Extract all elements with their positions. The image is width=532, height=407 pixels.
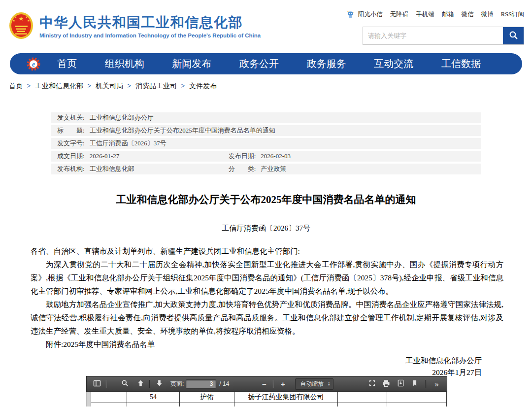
print-button[interactable] (380, 378, 393, 390)
breadcrumb-consumer-goods[interactable]: 消费品工业司 (135, 82, 177, 90)
top-link-xiaoxin[interactable]: 阳光小信 (358, 10, 383, 19)
brand-text: 中华人民共和国工业和信息化部 Ministry of Industry and … (39, 15, 261, 38)
breadcrumb-separator: > (181, 82, 185, 90)
breadcrumb-separator: > (87, 82, 91, 90)
zoom-out-button[interactable]: − (258, 378, 270, 390)
download-button[interactable] (394, 378, 407, 390)
breadcrumb-miit[interactable]: 工业和信息化部 (35, 82, 83, 90)
search-input[interactable] (363, 27, 503, 44)
previous-page-button[interactable] (134, 378, 147, 390)
site-subtitle: Ministry of Industry and Information Tec… (39, 33, 261, 38)
document-meta-table: 发文机关: 工业和信息化部办公厅 标 题: 工业和信息化部办公厅关于公布2025… (51, 112, 481, 176)
nav-item-organization[interactable]: 组织机构 (105, 57, 144, 70)
nav-item-news[interactable]: 新闻发布 (172, 57, 211, 70)
national-emblem-icon: ★ ★ ★ ★ ★ (9, 12, 33, 41)
top-link-weibo[interactable]: 微博 (481, 10, 494, 19)
meta-value: 产业政策 (261, 164, 286, 174)
print-icon (382, 379, 390, 389)
next-page-button[interactable] (153, 378, 166, 390)
breadcrumb-separator: > (27, 82, 31, 90)
meta-row-issuing-office: 发文机关: 工业和信息化部办公厅 (51, 112, 481, 123)
breadcrumb-separator: > (127, 82, 131, 90)
breadcrumb-documents[interactable]: 文件发布 (189, 82, 217, 90)
toolbar-right-group: » (366, 378, 443, 390)
toolbar-separator (149, 380, 150, 388)
toolbar-separator (106, 380, 107, 388)
nav-item-data[interactable]: 工信数据 (441, 57, 481, 70)
breadcrumb-home[interactable]: 首页 (9, 82, 23, 90)
breadcrumb: 首页 > 工业和信息化部 > 机关司局 > 消费品工业司 > 文件发布 (9, 82, 217, 91)
main-nav: e 首页 组织机构 新闻发布 政务公开 政务服务 互动交流 工信数据 (10, 53, 522, 74)
toolbar-separator (273, 380, 274, 388)
svg-text:e: e (32, 61, 35, 68)
pdf-cell-empty (337, 392, 387, 403)
pdf-cell-empty (387, 392, 447, 403)
zoom-mode-value: 自动缩放 (300, 380, 324, 388)
pdf-table-row: 54 护佑 扬子江药业集团有限公司 (91, 392, 447, 403)
meta-value: 工信厅消费函〔2026〕37号 (90, 138, 166, 149)
meta-label: 分 类: (229, 164, 256, 174)
page-number-input[interactable] (186, 379, 216, 389)
pdf-table-row-partial (91, 403, 447, 407)
page-total: / 14 (219, 380, 229, 387)
mascot-icon (347, 10, 354, 19)
find-icon (121, 379, 129, 388)
signature-block: 工业和信息化部办公厅 2026年1月27日 (31, 355, 503, 378)
document-number: 工信厅消费函〔2026〕37号 (0, 224, 532, 233)
sidebar-toggle-button[interactable] (91, 378, 103, 390)
pdf-cell-brand: 护佑 (179, 392, 234, 403)
pdf-page: 54 护佑 扬子江药业集团有限公司 (91, 392, 447, 407)
meta-label: 发文字号: (57, 138, 85, 149)
zoom-mode-select[interactable]: 自动缩放 (295, 378, 333, 390)
bookmark-button[interactable] (408, 378, 421, 390)
page-up-icon (137, 379, 144, 388)
meta-value: 2026-01-27 (90, 151, 120, 162)
svg-text:★: ★ (12, 19, 15, 22)
nav-items: 首页 组织机构 新闻发布 政务公开 政务服务 互动交流 工信数据 (57, 57, 505, 70)
meta-value: 2026-02-03 (261, 151, 291, 162)
nav-item-gov-affairs[interactable]: 政务公开 (239, 57, 279, 70)
search-button[interactable] (503, 27, 524, 44)
miit-gear-logo-icon: e (27, 57, 40, 71)
svg-text:★: ★ (19, 15, 24, 22)
top-links: 阳光小信 无障碍 手机端 邮箱 微信 微博 RSS订阅 (347, 10, 524, 19)
meta-value: 工业和信息化部 (90, 164, 134, 174)
pdf-cell-empty (337, 403, 387, 407)
download-icon (397, 379, 404, 388)
more-tools-button[interactable]: » (430, 378, 443, 390)
meta-label: 成文日期: (57, 151, 85, 162)
find-button[interactable] (118, 378, 131, 390)
page-down-icon (156, 379, 163, 388)
dropdown-arrows-icon (328, 381, 330, 386)
pdf-cell-empty (387, 403, 447, 407)
presentation-mode-icon (368, 379, 376, 388)
svg-text:★: ★ (25, 16, 28, 19)
paragraph-1: 为深入贯彻党的二十大和二十届历次全会精神,加快落实全国新型工业化推进大会工作部署… (31, 258, 503, 298)
zoom-in-button[interactable]: + (276, 378, 289, 390)
top-link-accessibility[interactable]: 无障碍 (390, 10, 409, 19)
top-link-mobile[interactable]: 手机端 (416, 10, 434, 19)
presentation-mode-button[interactable] (366, 378, 378, 390)
meta-label: 发文机关: (57, 112, 85, 123)
breadcrumb-departments[interactable]: 机关司局 (96, 82, 123, 90)
zoom-controls: − + 自动缩放 (258, 378, 333, 390)
pdf-viewer: 页面: / 14 − + 自动缩放 (86, 376, 447, 407)
top-link-rss[interactable]: RSS订阅 (501, 10, 524, 19)
pdf-cell-number: 54 (127, 392, 179, 403)
nav-item-gov-services[interactable]: 政务服务 (307, 57, 346, 70)
site-title: 中华人民共和国工业和信息化部 (39, 15, 261, 31)
page-number-label: 页面: (170, 380, 184, 388)
toolbar-separator (425, 380, 426, 388)
meta-row-doc-number: 发文字号: 工信厅消费函〔2026〕37号 (51, 138, 481, 149)
nav-item-home[interactable]: 首页 (57, 57, 77, 70)
pdf-cell-empty (91, 392, 127, 403)
nav-item-interaction[interactable]: 互动交流 (374, 57, 413, 70)
bookmark-icon (411, 379, 418, 388)
meta-label: 标 题: (57, 125, 85, 136)
meta-label: 发布日期: (229, 151, 256, 162)
top-link-mail[interactable]: 邮箱 (442, 10, 454, 19)
paragraph-2: 鼓励地方加强名品企业宣传推广,加大政策支持力度,加快培育特色优势产业和优质消费品… (31, 298, 503, 338)
page: ★ ★ ★ ★ ★ 中华人民共和国工业和信息化部 Ministry of Ind… (0, 0, 532, 407)
signer: 工业和信息化部办公厅 (31, 355, 482, 367)
top-link-wechat[interactable]: 微信 (462, 10, 474, 19)
